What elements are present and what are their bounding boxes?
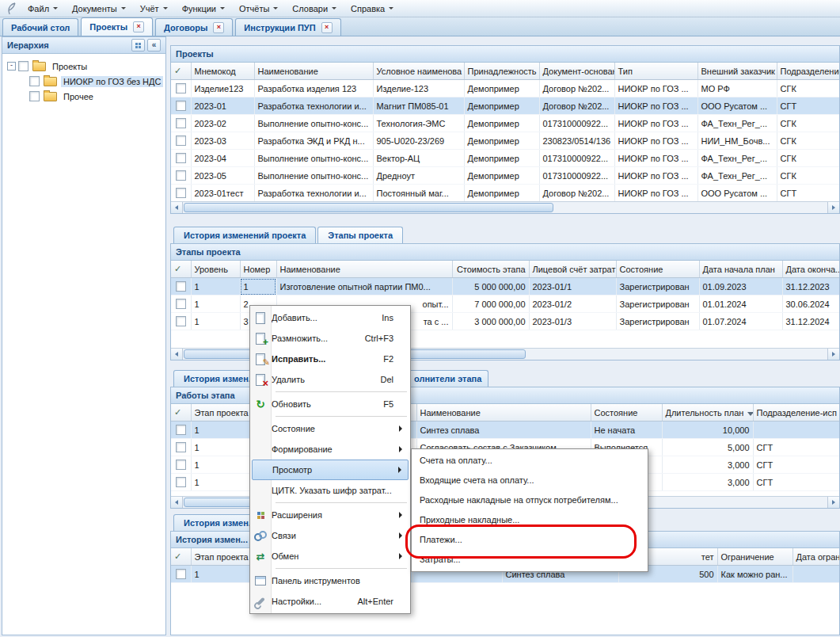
checkbox[interactable] [176,299,186,309]
row-select-cell[interactable] [171,132,191,150]
column-header[interactable]: Наименование [254,63,373,80]
locate-grid-icon[interactable] [131,39,145,51]
menubar-item[interactable]: Словари [285,0,344,17]
scroll-left-icon[interactable] [171,202,183,213]
table-row[interactable]: 2023-05Выполнение опытно-конс...Дредноут… [171,167,840,185]
close-tab-icon[interactable]: × [321,22,333,33]
context-menu-item[interactable]: Расширения [252,505,409,525]
table-row[interactable]: 2023-01Разработка технологии и...Магнит … [171,97,840,115]
checkbox[interactable] [176,118,186,128]
table-row[interactable]: 2023-04Выполнение опытно-конс...Вектор-А… [171,150,840,167]
table-row[interactable]: Изделие123Разработка изделия 123Изделие-… [171,80,840,97]
context-menu-item[interactable]: Добавить...Ins [252,307,409,328]
column-header[interactable]: Лицевой счёт затрат [529,261,616,278]
table-row[interactable]: 11Изготовление опытной партии ПМ0...5 00… [171,278,840,296]
checkbox[interactable] [176,188,186,198]
row-select-cell[interactable] [171,80,191,97]
table-row[interactable]: 2023-02Выполнение опытно-конс...Технолог… [171,115,840,132]
row-select-cell[interactable] [171,421,191,439]
row-select-cell[interactable] [171,185,191,202]
checkbox[interactable] [176,316,186,326]
checkbox[interactable] [176,170,186,181]
context-menu-item[interactable]: Состояние [252,418,409,439]
scroll-right-icon[interactable] [827,349,839,360]
close-tab-icon[interactable]: × [213,22,224,33]
column-header[interactable]: Дата оконча... [782,261,840,278]
row-select-cell[interactable] [171,566,191,583]
menubar-item[interactable]: Справка [344,0,401,17]
checkbox[interactable] [176,477,186,487]
checkbox[interactable] [176,569,186,579]
row-select-cell[interactable] [171,456,191,474]
column-header[interactable]: Мнемокод [191,63,254,80]
checkbox[interactable] [176,83,186,93]
column-header[interactable]: Тип [614,63,697,80]
checkbox[interactable] [176,135,186,146]
column-header[interactable]: Уровень [191,261,240,278]
scroll-left-icon[interactable] [171,349,183,360]
window-tab[interactable]: Проекты× [81,17,153,36]
scroll-left-icon[interactable] [171,497,183,508]
scrollbar-thumb[interactable] [184,203,553,212]
select-all-header[interactable]: ✓ [171,548,191,566]
submenu-item[interactable]: Входящие счета на оплату... [413,471,646,490]
scroll-right-icon[interactable] [827,497,839,508]
menubar-item[interactable]: Учёт [133,0,175,17]
column-header[interactable]: Подразделение-исп [753,404,840,421]
context-menu-item[interactable]: Просмотр [252,460,409,480]
stage-tab[interactable]: Этапы проекта [317,227,403,243]
projects-horizontal-scrollbar[interactable] [171,201,839,213]
scrollbar-track[interactable] [183,202,827,213]
column-header[interactable]: Состояние [616,261,699,278]
column-header[interactable]: Дата ограниче... [792,548,840,566]
tree-node[interactable]: -Проекты [2,59,165,74]
table-row[interactable]: 2023-03Разработка ЭКД и РКД н...905-U020… [171,132,840,150]
checkbox[interactable] [176,442,186,452]
table-row[interactable]: 2023-01тестРазработка технологии и...Пос… [171,185,840,202]
context-menu-item[interactable]: УдалитьDel [252,369,409,390]
context-menu-item[interactable]: Исправить...F2 [252,349,409,369]
menubar-item[interactable]: Функции [175,0,232,17]
context-menu-item[interactable]: Настройки...Alt+Enter [252,591,409,612]
row-select-cell[interactable] [171,474,191,491]
checkbox[interactable] [176,425,186,435]
column-header[interactable]: Принадлежность [464,63,539,80]
context-menu-item[interactable]: ⇄Обмен [252,546,409,566]
context-menu-item[interactable]: ЦИТК. Указать шифр затрат... [252,480,409,501]
collapse-panel-button[interactable]: « [147,39,161,51]
window-tab[interactable]: Инструкции ПУП× [235,18,340,36]
checkbox[interactable] [29,76,40,86]
select-all-header[interactable]: ✓ [171,261,191,278]
row-select-cell[interactable] [171,278,191,296]
context-menu-item[interactable]: Связи [252,525,409,546]
menubar-item[interactable]: Файл [21,0,65,17]
row-select-cell[interactable] [171,150,191,167]
column-header[interactable]: Внешний заказчик [697,63,777,80]
menubar-item[interactable]: Документы [65,0,133,17]
menubar-item[interactable]: Отчёты [232,0,285,17]
column-header[interactable]: Документ-основан [539,63,614,80]
column-header[interactable]: Дата начала план [699,261,782,278]
column-header[interactable]: Подразделение [777,63,840,80]
column-header[interactable]: Номер [240,261,276,278]
submenu-item[interactable]: Затраты... [413,550,646,570]
checkbox[interactable] [176,281,186,292]
context-menu-item[interactable]: Панель инструментов [252,570,409,591]
submenu-item[interactable]: Счета на оплату... [413,451,646,471]
row-select-cell[interactable] [171,97,191,115]
checkbox[interactable] [176,101,186,111]
submenu-item[interactable]: Приходные накладные... [413,510,646,530]
column-header[interactable]: Наименование [416,404,591,421]
close-tab-icon[interactable]: × [133,21,144,32]
context-menu-item[interactable]: Формирование [252,439,409,460]
window-tab[interactable]: Договоры× [155,18,233,36]
row-select-cell[interactable] [171,439,191,456]
select-all-header[interactable]: ✓ [171,63,191,80]
column-header[interactable]: Ограничение [717,548,792,566]
column-header[interactable]: Состояние [591,404,662,421]
checkbox[interactable] [29,91,40,101]
works-tab[interactable]: олнители этапа [400,370,488,387]
submenu-item[interactable]: Платежи... [413,530,646,550]
column-header[interactable]: Длительность план [662,404,753,421]
select-all-header[interactable]: ✓ [171,404,191,421]
